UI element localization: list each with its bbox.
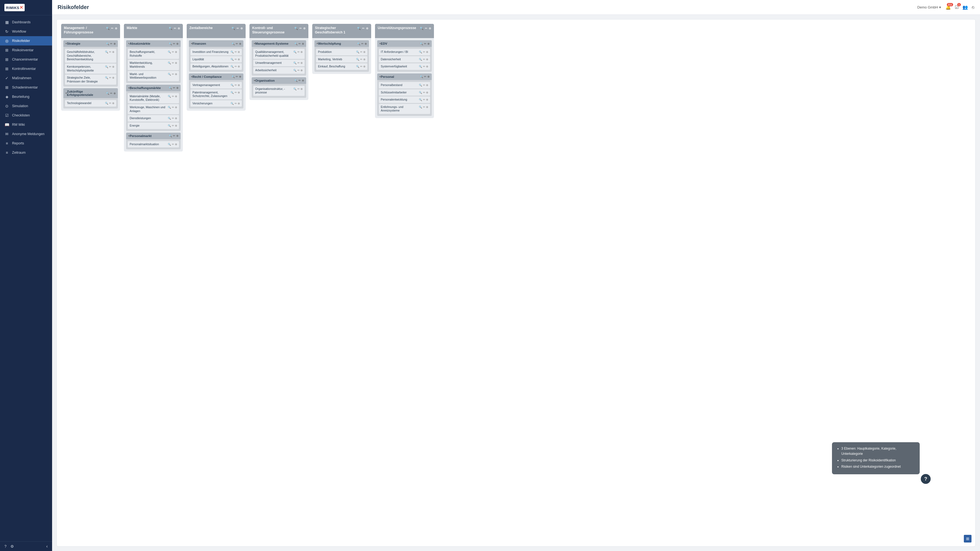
- edit-icon[interactable]: ✏: [298, 61, 300, 64]
- more-icon[interactable]: ⊕: [178, 27, 180, 30]
- cat-header-beschaffungsmaerkte[interactable]: ▾ Beschaffungsmärkte 🔍 ✏ ⊕: [126, 85, 181, 91]
- more-icon[interactable]: ⊕: [238, 91, 240, 94]
- search-icon[interactable]: 🔍: [231, 102, 234, 105]
- edit-icon[interactable]: ✏: [109, 65, 111, 68]
- search-icon[interactable]: 🔍: [169, 42, 172, 45]
- search-icon[interactable]: 🔍: [419, 84, 422, 87]
- edit-icon[interactable]: ✏: [109, 76, 111, 79]
- edit-icon[interactable]: ✏: [423, 91, 425, 94]
- edit-icon[interactable]: ✏: [173, 134, 175, 137]
- edit-icon[interactable]: ✏: [362, 27, 364, 30]
- more-icon[interactable]: ⊕: [176, 134, 178, 137]
- search-icon[interactable]: 🔍: [356, 65, 360, 68]
- search-icon[interactable]: 🔍: [106, 42, 109, 45]
- edit-icon[interactable]: ✏: [172, 106, 174, 109]
- sidebar-item-simulation[interactable]: ⊙ Simulation: [0, 102, 52, 111]
- edit-icon[interactable]: ✏: [172, 61, 174, 64]
- search-icon[interactable]: 🔍: [105, 65, 108, 68]
- search-icon[interactable]: 🔍: [294, 42, 298, 45]
- search-icon[interactable]: 🔍: [169, 27, 172, 30]
- more-icon[interactable]: ⊕: [113, 42, 116, 45]
- edit-icon[interactable]: ✏: [236, 75, 238, 78]
- search-icon[interactable]: 🔍: [106, 92, 109, 95]
- edit-icon[interactable]: ✏: [299, 27, 302, 30]
- more-icon[interactable]: ⊕: [426, 91, 428, 94]
- more-icon[interactable]: ⊕: [176, 42, 178, 45]
- more-icon[interactable]: ⊕: [175, 73, 177, 76]
- edit-icon[interactable]: ✏: [111, 27, 113, 30]
- edit-icon[interactable]: ✏: [298, 69, 300, 72]
- more-icon[interactable]: ⊕: [426, 98, 428, 101]
- more-icon[interactable]: ⊕: [238, 58, 240, 61]
- edit-icon[interactable]: ✏: [173, 42, 175, 45]
- cat-header-finanzen[interactable]: ▾ Finanzen 🔍 ✏ ⊕: [189, 40, 243, 47]
- search-icon[interactable]: 🔍: [106, 27, 110, 30]
- more-icon[interactable]: ⊕: [175, 61, 177, 64]
- more-icon[interactable]: ⊕: [301, 51, 302, 54]
- search-icon[interactable]: 🔍: [231, 75, 235, 78]
- search-icon[interactable]: 🔍: [420, 75, 423, 78]
- more-icon[interactable]: ⊕: [175, 106, 177, 109]
- search-icon[interactable]: 🔍: [105, 76, 108, 79]
- search-icon[interactable]: 🔍: [293, 69, 297, 72]
- company-selector[interactable]: Demo GmbH ▾: [917, 5, 941, 9]
- logout-button[interactable]: ⎋: [972, 5, 975, 10]
- more-icon[interactable]: ⊕: [176, 86, 178, 89]
- search-icon[interactable]: 🔍: [105, 51, 108, 54]
- search-icon[interactable]: 🔍: [357, 27, 361, 30]
- edit-icon[interactable]: ✏: [361, 42, 363, 45]
- sidebar-item-risikofelder[interactable]: ◎ Risikofelder: [0, 36, 52, 46]
- cat-header-absatzmaerkte[interactable]: ▾ Absatzmärkte 🔍 ✏ ⊕: [126, 40, 181, 47]
- more-icon[interactable]: ⊕: [302, 42, 304, 45]
- sidebar-item-anonyme-meldungen[interactable]: ✉ Anonyme Meldungen: [0, 129, 52, 139]
- edit-icon[interactable]: ✏: [172, 95, 174, 98]
- more-icon[interactable]: ⊕: [240, 27, 243, 30]
- cat-header-strategie[interactable]: ▾ Strategie 🔍 ✏ ⊕: [63, 40, 118, 47]
- edit-icon[interactable]: ✏: [235, 51, 237, 54]
- edit-icon[interactable]: ✏: [423, 84, 425, 87]
- more-icon[interactable]: ⊕: [112, 76, 114, 79]
- search-icon[interactable]: 🔍: [168, 124, 171, 127]
- tasks-button[interactable]: ☑1: [955, 5, 959, 10]
- more-icon[interactable]: ⊕: [113, 92, 116, 95]
- cat-header-management-sys[interactable]: ▾ Management-Systeme 🔍 ✏ ⊕: [251, 40, 306, 47]
- more-icon[interactable]: ⊕: [429, 27, 431, 30]
- edit-icon[interactable]: ✏: [235, 58, 237, 61]
- sidebar-item-workflow[interactable]: ↻ Workflow: [0, 27, 52, 36]
- cat-header-recht[interactable]: ▾ Recht / Compliance 🔍 ✏ ⊕: [189, 73, 243, 80]
- more-icon[interactable]: ⊕: [175, 51, 177, 54]
- edit-icon[interactable]: ✏: [110, 42, 112, 45]
- search-icon[interactable]: 🔍: [293, 87, 297, 91]
- sidebar-item-beurteilung[interactable]: ◈ Beurteilung: [0, 92, 52, 102]
- search-icon[interactable]: 🔍: [356, 58, 360, 61]
- more-icon[interactable]: ⊕: [302, 79, 304, 82]
- edit-icon[interactable]: ✏: [423, 58, 425, 61]
- sidebar-item-zeitraum[interactable]: ≡ Zeitraum: [0, 148, 52, 157]
- edit-icon[interactable]: ✏: [172, 51, 174, 54]
- search-icon[interactable]: 🔍: [293, 61, 297, 64]
- search-icon[interactable]: 🔍: [168, 106, 171, 109]
- edit-icon[interactable]: ✏: [172, 117, 174, 120]
- edit-icon[interactable]: ✏: [299, 79, 301, 82]
- sidebar-item-rm-wiki[interactable]: 📖 RM Wiki: [0, 120, 52, 129]
- more-icon[interactable]: ⊕: [238, 65, 240, 68]
- edit-icon[interactable]: ✏: [110, 92, 112, 95]
- edit-icon[interactable]: ✏: [299, 42, 301, 45]
- more-icon[interactable]: ⊕: [426, 65, 428, 68]
- more-icon[interactable]: ⊕: [115, 27, 117, 30]
- search-icon[interactable]: 🔍: [169, 86, 172, 89]
- edit-icon[interactable]: ✏: [360, 51, 363, 54]
- edit-icon[interactable]: ✏: [423, 98, 425, 101]
- search-icon[interactable]: 🔍: [294, 79, 298, 82]
- search-icon[interactable]: 🔍: [231, 58, 234, 61]
- edit-icon[interactable]: ✏: [423, 51, 425, 54]
- edit-icon[interactable]: ✏: [172, 143, 174, 146]
- more-icon[interactable]: ⊕: [303, 27, 305, 30]
- search-icon[interactable]: 🔍: [231, 91, 234, 94]
- edit-icon[interactable]: ✏: [236, 42, 238, 45]
- more-icon[interactable]: ⊕: [427, 75, 430, 78]
- more-icon[interactable]: ⊕: [366, 27, 368, 30]
- cat-header-edv[interactable]: ▾ EDV 🔍 ✏ ⊕: [377, 40, 432, 47]
- edit-icon[interactable]: ✏: [424, 42, 426, 45]
- search-icon[interactable]: 🔍: [168, 95, 171, 98]
